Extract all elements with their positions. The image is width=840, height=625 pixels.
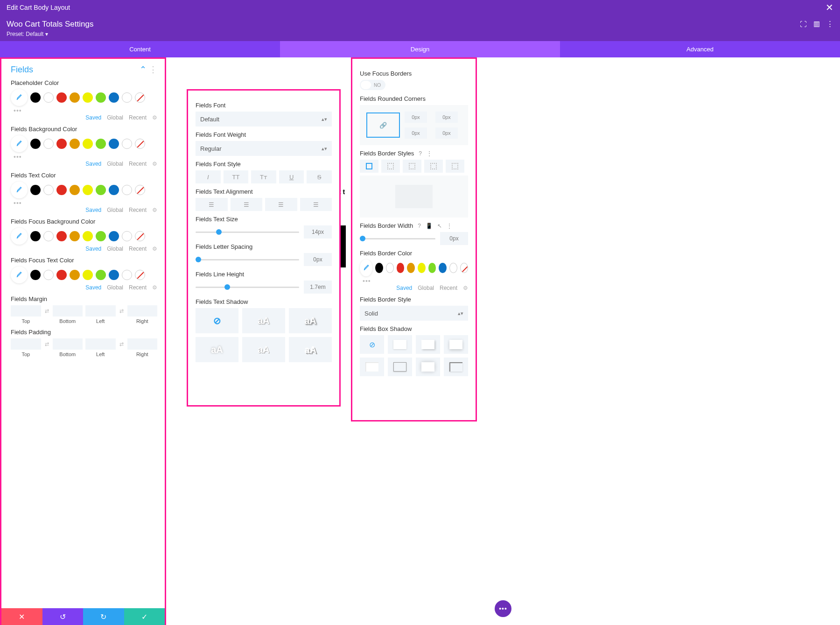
save-button[interactable]: ✓ bbox=[124, 608, 165, 625]
gear-icon[interactable]: ⚙ bbox=[152, 284, 157, 291]
more-icon[interactable]: ⋮ bbox=[447, 223, 452, 229]
swatch-orange[interactable] bbox=[70, 139, 80, 149]
swatch-blue[interactable] bbox=[109, 92, 119, 103]
tab-saved[interactable]: Saved bbox=[396, 285, 412, 291]
use-focus-borders-toggle[interactable]: NO bbox=[360, 80, 385, 90]
box-shadow-none[interactable]: ⊘ bbox=[360, 335, 384, 354]
more-dots-icon[interactable]: ••• bbox=[14, 107, 157, 114]
tab-recent[interactable]: Recent bbox=[129, 246, 147, 252]
box-shadow-preset[interactable] bbox=[388, 335, 412, 354]
corner-bl-input[interactable]: 0px bbox=[405, 127, 427, 139]
tab-recent[interactable]: Recent bbox=[129, 161, 147, 167]
gear-icon[interactable]: ⚙ bbox=[152, 207, 157, 213]
swatch-empty[interactable] bbox=[122, 185, 132, 195]
margin-left-input[interactable] bbox=[85, 305, 116, 316]
padding-left-input[interactable] bbox=[85, 338, 116, 350]
letter-spacing-value[interactable]: 0px bbox=[304, 253, 332, 266]
swatch-none[interactable] bbox=[135, 185, 145, 195]
swatch-green[interactable] bbox=[96, 92, 106, 103]
tab-saved[interactable]: Saved bbox=[85, 114, 101, 121]
gear-icon[interactable]: ⚙ bbox=[152, 114, 157, 121]
eyedropper-icon[interactable] bbox=[11, 182, 28, 198]
text-shadow-preset[interactable]: aA bbox=[242, 337, 285, 362]
redo-button[interactable]: ↻ bbox=[83, 608, 124, 625]
box-shadow-preset[interactable] bbox=[388, 358, 412, 376]
swatch-orange[interactable] bbox=[70, 92, 80, 103]
corner-tr-input[interactable]: 0px bbox=[435, 112, 458, 123]
swatch-black[interactable] bbox=[375, 263, 383, 273]
swatch-yellow[interactable] bbox=[83, 92, 93, 103]
letter-spacing-slider[interactable] bbox=[196, 259, 299, 260]
tab-recent[interactable]: Recent bbox=[440, 285, 457, 291]
eyedropper-icon[interactable] bbox=[11, 135, 28, 152]
swatch-none[interactable] bbox=[460, 263, 468, 273]
swatch-blue[interactable] bbox=[109, 139, 119, 149]
swatch-orange[interactable] bbox=[70, 270, 80, 280]
swatch-green[interactable] bbox=[96, 139, 106, 149]
tab-recent[interactable]: Recent bbox=[129, 114, 147, 121]
more-icon[interactable]: ⋮ bbox=[826, 20, 833, 28]
swatch-none[interactable] bbox=[135, 231, 145, 241]
border-all-button[interactable] bbox=[360, 160, 378, 173]
tab-advanced[interactable]: Advanced bbox=[560, 41, 840, 57]
swatch-none[interactable] bbox=[135, 139, 145, 149]
swatch-red[interactable] bbox=[56, 231, 67, 241]
swatch-red[interactable] bbox=[56, 270, 67, 280]
cursor-icon[interactable]: ↖ bbox=[437, 223, 442, 229]
chevron-up-icon[interactable]: ⌃ bbox=[140, 65, 147, 74]
tab-global[interactable]: Global bbox=[107, 284, 123, 291]
phone-icon[interactable]: 📱 bbox=[426, 223, 433, 229]
focus-icon[interactable]: ⛶ bbox=[800, 20, 807, 28]
tab-global[interactable]: Global bbox=[107, 161, 123, 167]
swatch-empty[interactable] bbox=[122, 139, 132, 149]
corner-br-input[interactable]: 0px bbox=[435, 127, 458, 139]
border-style-select[interactable]: Solid▴▾ bbox=[360, 306, 468, 321]
box-shadow-preset[interactable] bbox=[416, 358, 440, 376]
tab-global[interactable]: Global bbox=[107, 246, 123, 252]
swatch-none[interactable] bbox=[135, 92, 145, 103]
swatch-white[interactable] bbox=[386, 263, 394, 273]
more-dots-icon[interactable]: ••• bbox=[14, 199, 157, 207]
text-shadow-none[interactable]: ⊘ bbox=[196, 308, 238, 333]
text-size-value[interactable]: 14px bbox=[304, 225, 332, 239]
swatch-orange[interactable] bbox=[70, 185, 80, 195]
tab-global[interactable]: Global bbox=[418, 285, 434, 291]
border-top-button[interactable] bbox=[381, 160, 400, 173]
swatch-empty[interactable] bbox=[122, 270, 132, 280]
text-shadow-preset[interactable]: aA bbox=[242, 308, 285, 333]
align-justify-button[interactable]: ☰ bbox=[300, 198, 332, 211]
swatch-empty[interactable] bbox=[122, 231, 132, 241]
section-fields-title[interactable]: Fields bbox=[11, 65, 33, 75]
box-shadow-preset[interactable] bbox=[416, 335, 440, 354]
border-right-button[interactable] bbox=[403, 160, 421, 173]
help-icon[interactable]: ? bbox=[419, 150, 422, 157]
swatch-yellow[interactable] bbox=[418, 263, 426, 273]
swatch-red[interactable] bbox=[56, 92, 67, 103]
swatch-yellow[interactable] bbox=[83, 231, 93, 241]
swatch-white[interactable] bbox=[43, 139, 54, 149]
swatch-blue[interactable] bbox=[109, 185, 119, 195]
fab-more-button[interactable]: ••• bbox=[495, 600, 511, 617]
swatch-yellow[interactable] bbox=[83, 270, 93, 280]
border-width-slider[interactable] bbox=[360, 238, 435, 239]
swatch-yellow[interactable] bbox=[83, 185, 93, 195]
border-bottom-button[interactable] bbox=[424, 160, 443, 173]
swatch-green[interactable] bbox=[96, 185, 106, 195]
swatch-blue[interactable] bbox=[109, 270, 119, 280]
link-icon[interactable]: ⇄ bbox=[45, 308, 49, 324]
line-height-slider[interactable] bbox=[196, 287, 299, 288]
text-shadow-preset[interactable]: aA bbox=[289, 308, 332, 333]
fields-font-select[interactable]: Default▴▾ bbox=[196, 112, 332, 126]
box-shadow-preset[interactable] bbox=[444, 335, 468, 354]
corner-tl-input[interactable]: 0px bbox=[405, 112, 427, 123]
tab-saved[interactable]: Saved bbox=[85, 246, 101, 252]
swatch-white[interactable] bbox=[43, 92, 54, 103]
tab-global[interactable]: Global bbox=[107, 114, 123, 121]
eyedropper-icon[interactable] bbox=[360, 260, 372, 276]
padding-top-input[interactable] bbox=[11, 338, 41, 350]
swatch-green[interactable] bbox=[428, 263, 436, 273]
link-icon[interactable]: ⇄ bbox=[45, 341, 49, 357]
link-icon[interactable]: ⇄ bbox=[119, 341, 124, 357]
more-dots-icon[interactable]: ••• bbox=[363, 277, 468, 285]
swatch-red[interactable] bbox=[56, 139, 67, 149]
